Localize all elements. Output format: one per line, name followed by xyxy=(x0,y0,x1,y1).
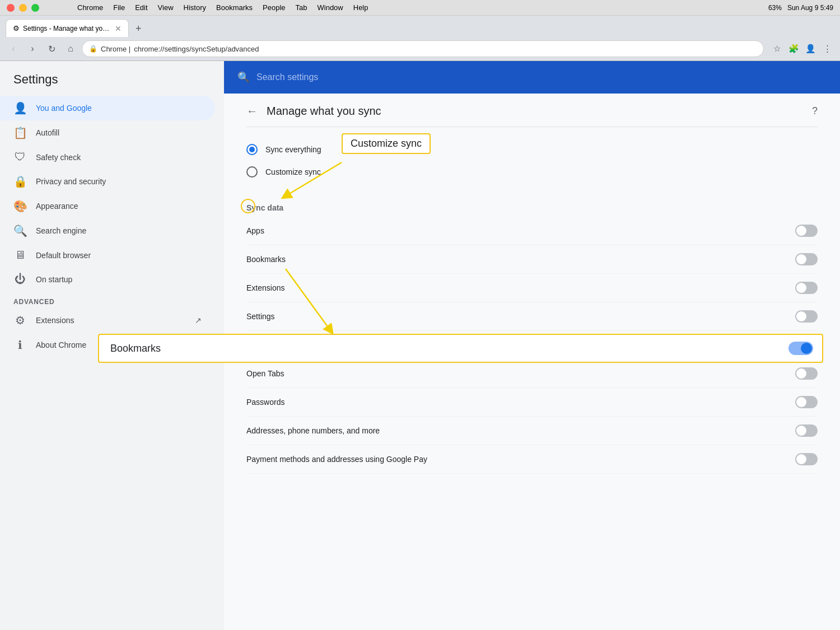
browser-icon: 🖥 xyxy=(13,249,27,262)
minimize-button[interactable] xyxy=(19,4,27,12)
search-bar: 🔍 xyxy=(224,61,840,94)
menu-edit[interactable]: Edit xyxy=(135,3,147,12)
sidebar-item-on-startup[interactable]: ⏻ On startup xyxy=(0,267,215,291)
sidebar-label-extensions: Extensions xyxy=(36,316,74,325)
sync-item-addresses: Addresses, phone numbers, and more xyxy=(246,417,818,445)
bookmarks-label: Bookmarks xyxy=(246,255,795,264)
person-icon: 👤 xyxy=(13,101,27,115)
radio-fill xyxy=(249,147,255,152)
payment-toggle[interactable] xyxy=(795,453,818,465)
sidebar-label-safety-check: Safety check xyxy=(36,153,81,162)
sidebar-item-extensions[interactable]: ⚙ Extensions ↗ xyxy=(0,308,215,333)
active-tab[interactable]: ⚙ Settings - Manage what you sy ✕ xyxy=(6,19,129,37)
secure-icon: 🔒 xyxy=(89,45,97,53)
external-link-icon: ↗ xyxy=(195,316,202,325)
title-bar: Chrome File Edit View History Bookmarks … xyxy=(0,0,840,16)
bookmarks-toggle[interactable] xyxy=(795,253,818,265)
sidebar-item-about-chrome[interactable]: ℹ About Chrome xyxy=(0,333,215,357)
sync-data-label: Sync data xyxy=(246,194,818,217)
sidebar-label-autofill: Autofill xyxy=(36,128,59,137)
menu-window[interactable]: Window xyxy=(318,3,343,12)
sync-everything-option[interactable]: Sync everything xyxy=(246,138,818,161)
extensions-label: Extensions xyxy=(246,283,795,292)
search-magnify-icon: 🔍 xyxy=(237,71,250,83)
reload-button[interactable]: ↻ xyxy=(44,41,59,57)
title-bar-right: 63% Sun Aug 9 5:49 xyxy=(768,4,833,12)
open-tabs-label: Open Tabs xyxy=(246,369,795,378)
search-icon: 🔍 xyxy=(13,224,27,237)
profile-button[interactable]: 👤 xyxy=(803,41,818,56)
menu-dots-button[interactable]: ⋮ xyxy=(820,41,834,56)
main-layout: Settings 👤 You and Google 📋 Autofill 🛡 S… xyxy=(0,61,840,630)
page-content: ← Manage what you sync ? Sync everything… xyxy=(224,94,840,496)
close-button[interactable] xyxy=(7,4,15,12)
home-button[interactable]: ⌂ xyxy=(63,41,78,57)
tab-close-button[interactable]: ✕ xyxy=(115,24,122,33)
menu-chrome[interactable]: Chrome xyxy=(77,3,103,12)
menu-view[interactable]: View xyxy=(158,3,174,12)
content-area: 🔍 ← Manage what you sync ? Sync everythi… xyxy=(224,61,840,630)
sidebar-label-on-startup: On startup xyxy=(36,275,72,284)
extensions-button[interactable]: 🧩 xyxy=(786,41,801,56)
customize-sync-radio[interactable] xyxy=(246,166,258,178)
lock-icon: 🔒 xyxy=(13,175,27,188)
sidebar-label-you-and-google: You and Google xyxy=(36,104,92,113)
back-button[interactable]: ‹ xyxy=(6,41,21,57)
page-title: Manage what you sync xyxy=(267,105,803,118)
customize-sync-label: Customize sync xyxy=(265,167,321,176)
passwords-toggle[interactable] xyxy=(795,396,818,408)
sidebar-label-privacy: Privacy and security xyxy=(36,177,106,186)
sync-item-payment: Payment methods and addresses using Goog… xyxy=(246,445,818,474)
extensions-toggle[interactable] xyxy=(795,282,818,294)
appearance-icon: 🎨 xyxy=(13,199,27,213)
address-bar[interactable]: 🔒 Chrome | chrome://settings/syncSetup/a… xyxy=(82,40,764,57)
tab-title: Settings - Manage what you sy xyxy=(23,25,111,32)
themes-toggle[interactable] xyxy=(795,339,818,351)
sync-item-extensions: Extensions xyxy=(246,274,818,302)
apps-toggle[interactable] xyxy=(795,225,818,237)
sidebar-item-safety-check[interactable]: 🛡 Safety check xyxy=(0,145,215,169)
sidebar: Settings 👤 You and Google 📋 Autofill 🛡 S… xyxy=(0,61,224,630)
search-input[interactable] xyxy=(256,72,827,82)
menu-history[interactable]: History xyxy=(184,3,206,12)
extensions-sidebar-icon: ⚙ xyxy=(13,314,27,327)
time-display: Sun Aug 9 5:49 xyxy=(787,4,833,12)
address-url: chrome://settings/syncSetup/advanced xyxy=(134,45,259,53)
sync-item-settings: Settings xyxy=(246,302,818,331)
sync-item-passwords: Passwords xyxy=(246,388,818,417)
help-button[interactable]: ? xyxy=(812,105,818,117)
nav-bar: ‹ › ↻ ⌂ 🔒 Chrome | chrome://settings/syn… xyxy=(0,37,840,60)
menu-bookmarks[interactable]: Bookmarks xyxy=(216,3,253,12)
autofill-icon: 📋 xyxy=(13,126,27,139)
menu-help[interactable]: Help xyxy=(353,3,368,12)
page-back-button[interactable]: ← xyxy=(246,105,258,118)
power-icon: ⏻ xyxy=(13,273,27,286)
apps-label: Apps xyxy=(246,226,795,235)
menu-tab[interactable]: Tab xyxy=(296,3,307,12)
sync-item-apps: Apps xyxy=(246,217,818,245)
sidebar-item-default-browser[interactable]: 🖥 Default browser xyxy=(0,243,215,267)
info-icon: ℹ xyxy=(13,338,27,352)
addresses-toggle[interactable] xyxy=(795,424,818,437)
sidebar-label-default-browser: Default browser xyxy=(36,251,91,260)
sidebar-item-you-and-google[interactable]: 👤 You and Google xyxy=(0,96,215,120)
sidebar-item-appearance[interactable]: 🎨 Appearance xyxy=(0,194,215,218)
sidebar-item-privacy[interactable]: 🔒 Privacy and security xyxy=(0,169,215,194)
menu-people[interactable]: People xyxy=(263,3,285,12)
sidebar-label-search: Search engine xyxy=(36,226,86,235)
sync-everything-label: Sync everything xyxy=(265,145,321,154)
address-scheme: Chrome | xyxy=(101,45,130,53)
settings-toggle[interactable] xyxy=(795,310,818,323)
customize-sync-option[interactable]: Customize sync xyxy=(246,161,818,183)
sync-everything-radio[interactable] xyxy=(246,144,258,155)
menu-file[interactable]: File xyxy=(113,3,125,12)
payment-label: Payment methods and addresses using Goog… xyxy=(246,455,795,464)
forward-button[interactable]: › xyxy=(25,41,40,57)
sidebar-item-search-engine[interactable]: 🔍 Search engine xyxy=(0,218,215,243)
open-tabs-toggle[interactable] xyxy=(795,367,818,380)
sidebar-item-autofill[interactable]: 📋 Autofill xyxy=(0,120,215,145)
addresses-label: Addresses, phone numbers, and more xyxy=(246,426,795,435)
bookmark-star-button[interactable]: ☆ xyxy=(769,41,784,56)
maximize-button[interactable] xyxy=(31,4,39,12)
new-tab-button[interactable]: + xyxy=(131,21,146,37)
